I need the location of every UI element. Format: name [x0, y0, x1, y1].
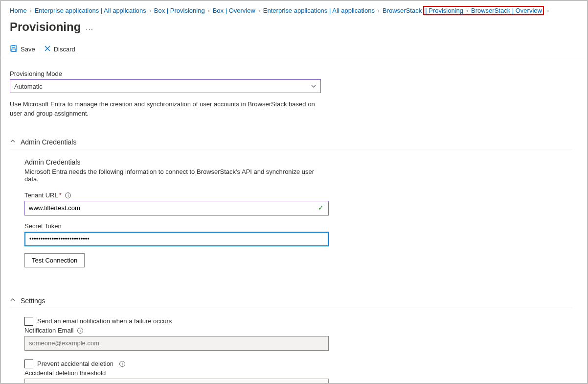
chevron-right-icon: ›: [547, 7, 549, 14]
page-title: Provisioning: [10, 20, 81, 34]
chevron-down-icon: [311, 83, 317, 91]
more-actions-icon[interactable]: ···: [86, 22, 93, 33]
bc-ent-apps-1[interactable]: Enterprise applications | All applicatio…: [35, 7, 146, 14]
notification-email-label: Notification Email: [24, 327, 73, 334]
chevron-right-icon: ›: [378, 7, 380, 14]
chevron-right-icon: ›: [466, 7, 468, 14]
admin-credentials-title: Admin Credentials: [24, 158, 328, 166]
bc-box-provisioning[interactable]: Box | Provisioning: [154, 7, 205, 14]
admin-credentials-section-header[interactable]: Admin Credentials: [10, 138, 572, 149]
bc-home[interactable]: Home: [10, 7, 27, 14]
close-icon: [44, 45, 51, 53]
info-icon[interactable]: i: [65, 192, 71, 198]
info-icon[interactable]: i: [119, 361, 125, 367]
chevron-right-icon: ›: [208, 7, 210, 14]
provisioning-mode-value: Automatic: [14, 83, 43, 90]
chevron-right-icon: ›: [149, 7, 151, 14]
chevron-up-icon: [10, 138, 16, 145]
secret-token-label: Secret Token: [24, 222, 328, 230]
prevent-deletion-checkbox[interactable]: [24, 360, 33, 368]
discard-button[interactable]: Discard: [44, 45, 75, 53]
provisioning-mode-description: Use Microsoft Entra to manage the creati…: [10, 100, 323, 119]
secret-token-input[interactable]: [24, 232, 329, 246]
test-connection-button[interactable]: Test Connection: [24, 253, 85, 267]
tenant-url-input[interactable]: [24, 201, 329, 216]
chevron-right-icon: ›: [258, 7, 260, 14]
chevron-right-icon: ›: [30, 7, 32, 14]
breadcrumb: Home › Enterprise applications | All app…: [1, 1, 587, 17]
deletion-threshold-label: Accidental deletion threshold: [24, 369, 328, 377]
bc-box-overview[interactable]: Box | Overview: [213, 7, 255, 14]
provisioning-mode-label: Provisioning Mode: [10, 70, 325, 77]
tenant-url-label: Tenant URL* i: [24, 192, 328, 199]
command-bar: Save Discard: [1, 41, 587, 58]
bc-browserstack-provisioning[interactable]: BrowserStack: [383, 7, 422, 14]
save-label: Save: [21, 46, 35, 53]
bc-ent-apps-2[interactable]: Enterprise applications | All applicatio…: [263, 7, 375, 14]
admin-section-title: Admin Credentials: [21, 138, 76, 146]
notify-failure-checkbox[interactable]: [24, 317, 33, 326]
admin-credentials-desc: Microsoft Entra needs the following info…: [24, 168, 328, 183]
svg-rect-1: [12, 46, 15, 48]
checkmark-icon: ✓: [318, 204, 324, 212]
settings-section-title: Settings: [21, 297, 45, 305]
bc-browserstack-overview[interactable]: BrowserStack | Overview: [471, 7, 542, 14]
bc-browserstack-provisioning-part2[interactable]: | Provisioning: [425, 7, 463, 14]
svg-rect-2: [12, 49, 16, 51]
info-icon[interactable]: i: [77, 328, 83, 334]
notification-email-input[interactable]: [24, 336, 329, 351]
deletion-threshold-input[interactable]: [24, 379, 329, 384]
chevron-up-icon: [10, 297, 16, 304]
prevent-deletion-label: Prevent accidental deletion: [37, 360, 113, 367]
save-button[interactable]: Save: [10, 45, 35, 54]
settings-section-header[interactable]: Settings: [10, 297, 572, 308]
notify-failure-label: Send an email notification when a failur…: [37, 317, 172, 325]
save-icon: [10, 45, 18, 54]
provisioning-mode-dropdown[interactable]: Automatic: [10, 79, 321, 93]
discard-label: Discard: [54, 46, 75, 53]
